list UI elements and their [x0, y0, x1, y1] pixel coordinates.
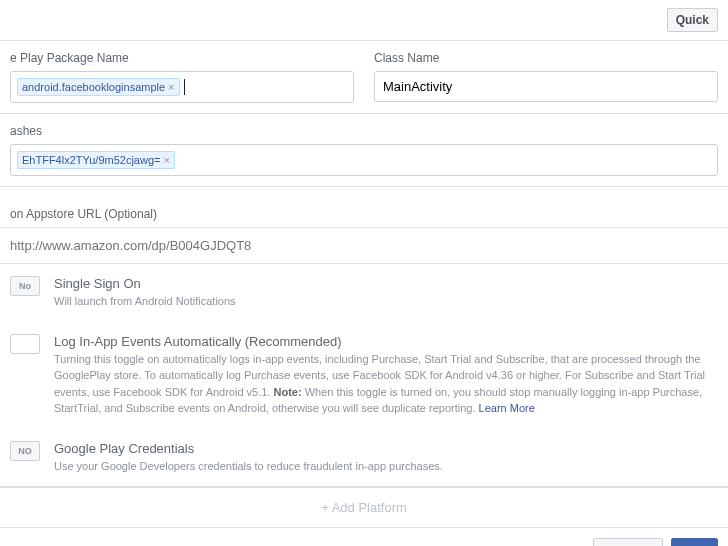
package-token-text: android.facebookloginsample	[22, 81, 165, 93]
hashes-input[interactable]: EhTFF4lx2TYu/9m52cjawg= ×	[10, 144, 718, 176]
hash-token-text: EhTFF4lx2TYu/9m52cjawg=	[22, 154, 160, 166]
quick-button[interactable]: Quick	[667, 8, 718, 32]
class-name-label: Class Name	[374, 51, 718, 65]
gplay-desc: Use your Google Developers credentials t…	[54, 458, 718, 475]
log-events-desc: Turning this toggle on automatically log…	[54, 351, 718, 417]
top-bar: Quick	[0, 0, 728, 41]
gplay-row: NO Google Play Credentials Use your Goog…	[0, 429, 728, 488]
sso-title: Single Sign On	[54, 276, 718, 291]
appstore-label: on Appstore URL (Optional)	[10, 203, 728, 221]
hashes-label: ashes	[10, 124, 718, 138]
hashes-section: ashes EhTFF4lx2TYu/9m52cjawg= ×	[0, 114, 728, 187]
appstore-section: on Appstore URL (Optional)	[0, 187, 728, 264]
hash-token[interactable]: EhTFF4lx2TYu/9m52cjawg= ×	[17, 151, 175, 169]
text-cursor	[184, 79, 185, 95]
class-name-input[interactable]	[374, 71, 718, 102]
package-name-label: e Play Package Name	[10, 51, 354, 65]
learn-more-link[interactable]: Learn More	[479, 402, 535, 414]
log-events-title: Log In-App Events Automatically (Recomme…	[54, 334, 718, 349]
gplay-title: Google Play Credentials	[54, 441, 718, 456]
add-platform-button[interactable]: + Add Platform	[0, 487, 728, 527]
sso-row: No Single Sign On Will launch from Andro…	[0, 264, 728, 322]
close-icon[interactable]: ×	[168, 81, 174, 93]
log-events-toggle[interactable]	[10, 334, 40, 354]
class-name-field: Class Name	[374, 51, 718, 103]
sso-desc: Will launch from Android Notifications	[54, 293, 718, 310]
package-class-section: e Play Package Name android.facebooklogi…	[0, 41, 728, 114]
discard-button[interactable]: Discard	[593, 538, 663, 546]
close-icon[interactable]: ×	[163, 154, 169, 166]
gplay-toggle[interactable]: NO	[10, 441, 40, 461]
package-token[interactable]: android.facebookloginsample ×	[17, 78, 180, 96]
package-name-input[interactable]: android.facebookloginsample ×	[10, 71, 354, 103]
package-name-field: e Play Package Name android.facebooklogi…	[10, 51, 354, 103]
log-events-row: Log In-App Events Automatically (Recomme…	[0, 322, 728, 429]
footer: Discard Sav	[0, 527, 728, 546]
save-button[interactable]: Sav	[671, 538, 718, 546]
appstore-url-input[interactable]	[0, 227, 728, 264]
sso-toggle[interactable]: No	[10, 276, 40, 296]
